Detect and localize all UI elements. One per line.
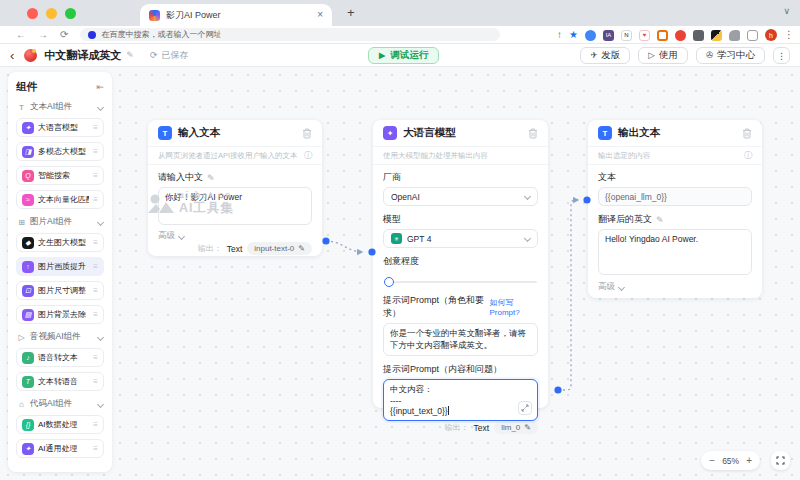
model-select[interactable]: ✳GPT 4 <box>383 229 538 248</box>
advanced-toggle[interactable]: 高级 <box>158 230 312 242</box>
sidebar-item-text2speech[interactable]: T 文本转语音 ≡ <box>16 372 104 391</box>
advanced-toggle[interactable]: 高级 <box>598 281 752 293</box>
zoom-in-button[interactable]: + <box>746 456 752 466</box>
port-llm-out[interactable] <box>554 386 561 393</box>
node-llm[interactable]: ✦ 大语言模型 使用大模型能力处理并输出内容 厂商 OpenAI 模型 ✳GPT… <box>373 120 548 408</box>
publish-button[interactable]: ✈ 发版 <box>580 47 630 64</box>
prompt-role-field[interactable]: 你是一个专业的中英文翻译者，请将下方中文内容翻译成英文。 <box>383 323 538 356</box>
nav-forward-icon[interactable]: → <box>38 30 48 40</box>
browser-menu-icon[interactable]: ⋮ <box>784 30 794 40</box>
sidebar-item-vector-match[interactable]: ≈ 文本向量化匹配 ≡ <box>16 190 104 209</box>
workflow-canvas[interactable]: 组件 ⇤ T 文本AI组件 ✦ 大语言模型 ≡ ◨ 多模态大模型 ≡ Q 智能搜… <box>0 67 800 480</box>
prompt-help-link[interactable]: 如何写Prompt? <box>489 297 538 317</box>
delete-node-icon[interactable] <box>302 128 312 139</box>
edit-label-pencil-icon[interactable]: ✎ <box>656 215 664 225</box>
sidebar-item-image-resize[interactable]: ⊡ 图片尺寸调整 ≡ <box>16 281 104 300</box>
ext-orange-icon[interactable] <box>657 30 668 41</box>
sidebar-title: 组件 <box>16 80 37 94</box>
bookmark-star-icon[interactable]: ★ <box>569 30 578 40</box>
expand-textarea-icon[interactable] <box>518 401 532 415</box>
extensions-puzzle-icon[interactable] <box>729 30 740 41</box>
nav-reload-icon[interactable]: ⟳ <box>60 30 68 40</box>
port-input-out[interactable] <box>322 237 329 244</box>
tab-close-icon[interactable]: × <box>317 10 323 20</box>
share-icon[interactable]: ↑ <box>557 30 562 40</box>
fit-view-button[interactable] <box>771 451 790 470</box>
vendor-select[interactable]: OpenAI <box>383 187 538 206</box>
ext-camera-icon[interactable] <box>693 30 704 41</box>
maximize-window-button[interactable] <box>65 8 76 19</box>
drag-handle-icon[interactable]: ≡ <box>93 421 98 429</box>
drag-handle-icon[interactable]: ≡ <box>93 263 98 271</box>
section-av-ai[interactable]: ▷ 音视频AI组件 <box>17 331 103 343</box>
section-image-ai[interactable]: ⊞ 图片AI组件 <box>17 216 103 228</box>
minimize-window-button[interactable] <box>46 8 57 19</box>
sidebar-item-llm[interactable]: ✦ 大语言模型 ≡ <box>16 118 104 137</box>
edit-pencil-icon[interactable]: ✎ <box>298 244 305 253</box>
edit-label-pencil-icon[interactable]: ✎ <box>207 173 215 183</box>
drag-handle-icon[interactable]: ≡ <box>93 287 98 295</box>
new-tab-button[interactable]: + <box>347 5 355 20</box>
node-input-text[interactable]: T 输入文本 从网页浏览者通过API接收用户输入的文本 ⓘ 请输入中文✎ 你好！… <box>148 120 322 256</box>
ext-globe-icon[interactable] <box>585 30 596 41</box>
drag-handle-icon[interactable]: ≡ <box>93 311 98 319</box>
save-status: ⟳ 已保存 <box>150 49 189 62</box>
close-window-button[interactable] <box>27 8 38 19</box>
info-icon[interactable]: ⓘ <box>744 150 752 161</box>
rename-pencil-icon[interactable]: ✎ <box>126 50 134 60</box>
node-output-text[interactable]: T 输出文本 输出选定的内容 ⓘ 文本 {{openai_llm_0}} 翻译后… <box>588 120 762 298</box>
delete-node-icon[interactable] <box>528 128 538 139</box>
drag-handle-icon[interactable]: ≡ <box>93 172 98 180</box>
vector-icon: ≈ <box>22 194 34 206</box>
drag-handle-icon[interactable]: ≡ <box>93 196 98 204</box>
profile-avatar[interactable]: h <box>765 29 777 41</box>
window-chevron-icon[interactable]: ∨ <box>783 6 790 16</box>
sidebar-item-image-enhance[interactable]: ↑ 图片画质提升 ≡ <box>16 257 104 276</box>
ext-window-icon[interactable] <box>747 30 758 41</box>
address-bar[interactable]: 在百度中搜索，或者输入一个网址 <box>80 28 500 41</box>
drag-handle-icon[interactable]: ≡ <box>93 239 98 247</box>
section-code-ai[interactable]: ⌂ 代码AI组件 <box>17 398 103 410</box>
collapse-sidebar-icon[interactable]: ⇤ <box>96 82 104 92</box>
ext-red-icon[interactable] <box>675 30 686 41</box>
ext-shield-icon[interactable] <box>711 30 722 41</box>
output-source-field[interactable]: {{openai_llm_0}} <box>598 187 752 206</box>
sidebar-item-smart-search[interactable]: Q 智能搜索 ≡ <box>16 166 104 185</box>
browser-tab[interactable]: 影刀AI Power × <box>140 4 332 26</box>
ext-pocket-icon[interactable]: ♥ <box>639 30 650 41</box>
back-button[interactable]: ‹ <box>10 49 14 62</box>
drag-handle-icon[interactable]: ≡ <box>93 124 98 132</box>
sidebar-item-multimodal[interactable]: ◨ 多模态大模型 ≡ <box>16 142 104 161</box>
input-text-field[interactable]: 你好！影刀AI Power <box>158 187 312 225</box>
sidebar-item-speech2text[interactable]: ♪ 语音转文本 ≡ <box>16 348 104 367</box>
sidebar-item-ai-data[interactable]: {} AI数据处理 ≡ <box>16 415 104 434</box>
sidebar-item-ai-general[interactable]: ✦ AI通用处理 ≡ <box>16 439 104 458</box>
drag-handle-icon[interactable]: ≡ <box>93 445 98 453</box>
output-variable-pill[interactable]: input-text-0✎ <box>247 242 312 255</box>
sidebar-item-bg-remove[interactable]: ▨ 图片背景去除 ≡ <box>16 305 104 324</box>
info-icon[interactable]: ⓘ <box>304 150 312 161</box>
slider-knob[interactable] <box>384 277 394 287</box>
drag-handle-icon[interactable]: ≡ <box>93 378 98 386</box>
use-button[interactable]: ▷ 使用 <box>638 47 688 64</box>
ext-ia-icon[interactable]: IA <box>603 30 614 41</box>
output-variable-pill[interactable]: llm_0✎ <box>494 421 538 434</box>
more-actions-button[interactable]: ⋮ <box>773 47 790 64</box>
learn-center-button[interactable]: ✇ 学习中心 <box>696 47 765 64</box>
delete-node-icon[interactable] <box>742 128 752 139</box>
ext-notion-icon[interactable]: N <box>621 30 632 41</box>
zoom-out-button[interactable]: − <box>709 456 715 466</box>
llm-icon: ✦ <box>22 122 34 134</box>
drag-handle-icon[interactable]: ≡ <box>93 354 98 362</box>
edit-pencil-icon[interactable]: ✎ <box>524 423 531 432</box>
sidebar-item-text2image[interactable]: ◆ 文生图大模型 ≡ <box>16 233 104 252</box>
chevron-down-icon <box>524 193 531 200</box>
section-text-ai[interactable]: T 文本AI组件 <box>17 101 103 113</box>
save-status-label: 已保存 <box>161 49 188 62</box>
nav-back-icon[interactable]: ← <box>16 30 26 40</box>
drag-handle-icon[interactable]: ≡ <box>93 148 98 156</box>
prompt-content-field[interactable]: 中文内容： ---- {{input_text_0}} <box>383 379 538 421</box>
debug-run-button[interactable]: ▶ 调试运行 <box>368 47 439 64</box>
translated-text-field[interactable]: Hello! Yingdao AI Power. <box>598 229 752 275</box>
creativity-slider[interactable] <box>384 276 537 288</box>
